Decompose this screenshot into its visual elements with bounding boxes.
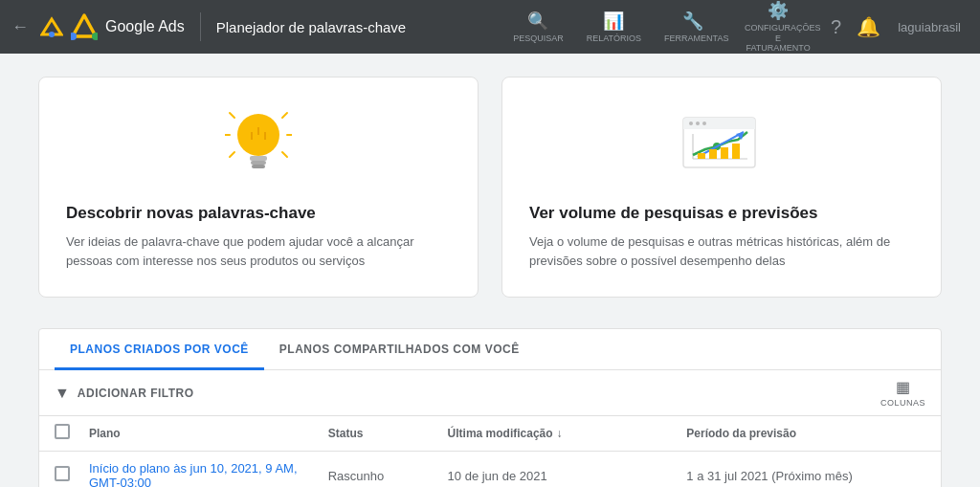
svg-point-23 (696, 122, 700, 125)
svg-rect-30 (698, 153, 705, 159)
main-content: Descobrir novas palavras-chave Ver ideia… (0, 54, 980, 487)
filter-row: ▼ ADICIONAR FILTRO ▦ COLUNAS (39, 370, 941, 416)
svg-rect-10 (250, 156, 267, 161)
svg-rect-31 (709, 149, 717, 159)
filter-icon: ▼ (55, 385, 70, 402)
svg-line-13 (230, 113, 234, 118)
volume-card-title: Ver volume de pesquisas e previsões (529, 204, 817, 223)
header-status: Status (328, 427, 448, 440)
settings-icon: ⚙️ (768, 0, 789, 21)
svg-rect-32 (721, 147, 728, 159)
svg-rect-33 (732, 144, 740, 159)
row-status: Rascunho (328, 469, 448, 483)
header-plano: Plano (89, 427, 328, 440)
chart-icon (679, 113, 765, 180)
header: ← Google Ads Planejador de palavras-chav… (0, 0, 980, 54)
back-button[interactable]: ← (11, 17, 29, 37)
notifications-bell-icon[interactable]: 🔔 (851, 10, 886, 44)
discover-keywords-card[interactable]: Descobrir novas palavras-chave Ver ideia… (38, 77, 479, 298)
card-icon-area (66, 108, 451, 185)
volume-forecasts-card[interactable]: Ver volume de pesquisas e previsões Veja… (501, 77, 942, 298)
table-row: Início do plano às jun 10, 2021, 9 AM, G… (39, 452, 941, 487)
nav-ferramentas[interactable]: 🔧 FERRAMENTAS (655, 7, 731, 48)
page-title: Planejador de palavras-chave (216, 19, 406, 35)
filter-label[interactable]: ADICIONAR FILTRO (78, 387, 194, 400)
row-ultima: 10 de jun de 2021 (448, 469, 687, 483)
nav-pesquisar[interactable]: 🔍 PESQUISAR (503, 7, 573, 48)
tools-icon: 🔧 (682, 11, 703, 32)
header-periodo: Período da previsão (686, 427, 925, 440)
lightbulb-icon (225, 108, 292, 185)
tab-criados[interactable]: PLANOS CRIADOS POR VOCÊ (55, 329, 264, 370)
volume-card-desc: Veja o volume de pesquisas e outras métr… (529, 232, 914, 270)
svg-point-24 (702, 122, 706, 125)
row-plano[interactable]: Início do plano às jun 10, 2021, 9 AM, G… (89, 461, 328, 487)
row-periodo: 1 a 31 jul 2021 (Próximo mês) (686, 469, 925, 483)
nav-ferramentas-label: FERRAMENTAS (664, 33, 722, 44)
discover-card-desc: Ver ideias de palavra-chave que podem aj… (66, 232, 451, 270)
cards-row: Descobrir novas palavras-chave Ver ideia… (38, 77, 942, 298)
nav-pesquisar-label: PESQUISAR (513, 33, 564, 44)
nav-relatorios-label: RELATÓRIOS (587, 33, 641, 44)
nav-configuracoes-label: CONFIGURAÇÕES E FATURAMENTO (745, 23, 812, 54)
svg-line-18 (282, 152, 287, 157)
search-icon: 🔍 (527, 11, 548, 32)
user-account[interactable]: laguiabrasil (890, 14, 969, 40)
svg-rect-21 (683, 123, 755, 129)
row-checkbox (55, 466, 89, 485)
filter-left: ▼ ADICIONAR FILTRO (55, 385, 194, 402)
google-ads-icon (71, 13, 98, 40)
svg-marker-3 (73, 15, 96, 36)
checkbox-all[interactable] (55, 424, 70, 439)
columns-label: COLUNAS (880, 398, 925, 408)
columns-button[interactable]: ▦ COLUNAS (880, 378, 925, 408)
card2-icon-area (529, 108, 914, 185)
header-ultima-label: Última modificação (448, 427, 553, 440)
svg-rect-12 (252, 165, 265, 168)
header-ultima[interactable]: Última modificação ↓ (448, 427, 687, 440)
header-nav: 🔍 PESQUISAR 📊 RELATÓRIOS 🔧 FERRAMENTAS ⚙… (503, 0, 969, 57)
svg-point-1 (49, 32, 55, 37)
svg-line-16 (282, 113, 287, 118)
table-section: PLANOS CRIADOS POR VOCÊ PLANOS COMPARTIL… (38, 328, 942, 487)
svg-line-15 (230, 152, 234, 157)
google-ads-logo-icon (40, 15, 63, 38)
row-checkbox-box[interactable] (55, 466, 70, 481)
header-checkbox (55, 424, 89, 443)
reports-icon: 📊 (603, 11, 624, 32)
tab-compartilhados[interactable]: PLANOS COMPARTILHADOS COM VOCÊ (264, 329, 535, 370)
nav-configuracoes[interactable]: ⚙️ CONFIGURAÇÕES E FATURAMENTO (735, 0, 821, 57)
sort-arrow-icon: ↓ (557, 427, 563, 440)
help-button[interactable]: ? (825, 11, 847, 44)
svg-point-22 (689, 122, 693, 125)
nav-relatorios[interactable]: 📊 RELATÓRIOS (577, 7, 651, 48)
header-divider (200, 12, 201, 41)
svg-rect-11 (251, 161, 266, 165)
app-name: Google Ads (105, 18, 185, 35)
table-header: Plano Status Última modificação ↓ Períod… (39, 416, 941, 452)
app-logo: Google Ads (40, 13, 185, 40)
discover-card-title: Descobrir novas palavras-chave (66, 204, 316, 223)
columns-icon: ▦ (896, 378, 910, 396)
tabs-row: PLANOS CRIADOS POR VOCÊ PLANOS COMPARTIL… (39, 329, 941, 370)
